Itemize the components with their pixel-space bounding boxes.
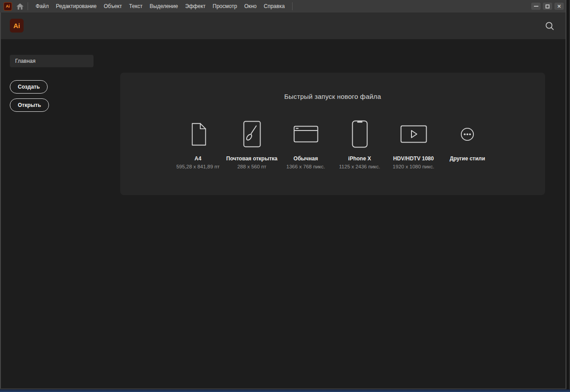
template-name: A4 [195,155,201,162]
template-card[interactable]: Обычная 1366 x 768 пикс. [279,120,333,170]
template-name: Почтовая открытка [226,155,277,162]
minimize-icon [534,6,538,7]
window-controls: ✕ [531,3,566,10]
menu-item-0[interactable]: Файл [32,0,53,12]
menu-item-1[interactable]: Редактирование [53,0,100,12]
home-icon[interactable] [16,3,24,10]
app-header: Ai [1,12,566,39]
desktop: Ai ФайлРедактированиеОбъектТекстВыделени… [0,0,570,392]
create-button[interactable]: Создать [10,80,48,94]
menu-item-6[interactable]: Просмотр [209,0,241,12]
sidebar-item-home[interactable]: Главная [10,55,94,67]
browser-window-icon [293,120,318,148]
close-button[interactable]: ✕ [554,3,564,10]
menu-item-2[interactable]: Объект [100,0,126,12]
template-name: iPhone X [348,155,371,162]
template-name: HDV/HDTV 1080 [393,155,434,162]
template-size: 1366 x 768 пикс. [286,164,325,170]
template-name: Обычная [293,155,318,162]
titlebar: Ai ФайлРедактированиеОбъектТекстВыделени… [0,0,566,12]
illustrator-window: Ai ФайлРедактированиеОбъектТекстВыделени… [0,0,566,389]
illustrator-logo: Ai [10,19,24,33]
template-size: 288 x 560 пт [237,164,266,170]
template-size: 595,28 x 841,89 пт [176,164,220,170]
search-icon [545,21,554,31]
template-size: 1125 x 2436 пикс. [339,164,380,170]
quickstart-panel: Быстрый запуск нового файла A4 595,28 x … [120,73,545,195]
more-ellipsis-icon [460,120,474,148]
template-name: Другие стили [450,155,485,162]
template-card[interactable]: A4 595,28 x 841,89 пт [171,120,225,170]
home-screen: Главная Создать Открыть Быстрый запуск н… [1,39,566,388]
taskbar-strip [0,389,570,392]
panel-title: Быстрый запуск нового файла [120,93,545,100]
phone-icon [352,120,368,148]
maximize-button[interactable] [543,3,552,10]
minimize-button[interactable] [531,3,541,10]
menu-item-5[interactable]: Эффект [182,0,209,12]
app-icon: Ai [4,2,12,11]
template-cards: A4 595,28 x 841,89 пт Почтовая открытка … [120,120,545,170]
menu-item-8[interactable]: Справка [260,0,288,12]
menu-item-4[interactable]: Выделение [146,0,182,12]
maximize-icon [546,4,550,8]
document-icon [190,120,207,148]
open-button[interactable]: Открыть [10,98,49,112]
video-play-icon [400,120,427,148]
search-button[interactable] [543,20,556,32]
template-card[interactable]: HDV/HDTV 1080 1920 x 1080 пикс. [387,120,440,170]
template-card[interactable]: Другие стили [440,120,494,170]
window-border-left [0,12,1,389]
postcard-brush-icon [243,120,261,148]
close-icon: ✕ [557,4,561,9]
desktop-edge [566,0,570,389]
template-card[interactable]: Почтовая открытка 288 x 560 пт [225,120,279,170]
titlebar-divider [28,2,28,10]
menu-bar: ФайлРедактированиеОбъектТекстВыделениеЭф… [32,0,288,12]
titlebar-divider [292,2,293,10]
menu-item-3[interactable]: Текст [126,0,146,12]
menu-item-7[interactable]: Окно [240,0,260,12]
template-size: 1920 x 1080 пикс. [393,164,434,170]
template-card[interactable]: iPhone X 1125 x 2436 пикс. [333,120,387,170]
